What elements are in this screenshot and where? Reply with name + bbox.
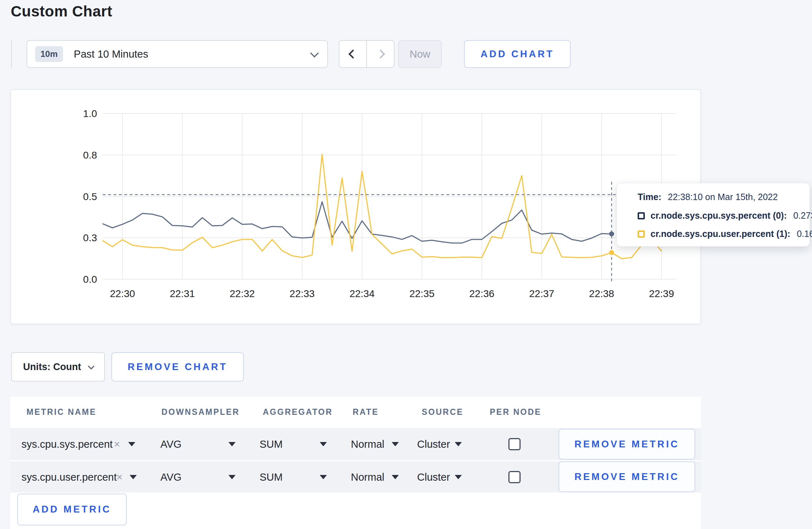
hover-dot-sys bbox=[609, 232, 614, 237]
x-axis-tick: 22:38 bbox=[589, 288, 614, 299]
x-axis-tick: 22:32 bbox=[230, 288, 255, 299]
source-select[interactable]: Cluster bbox=[417, 471, 450, 483]
time-range-label: Past 10 Minutes bbox=[74, 48, 148, 60]
tooltip-series-value: 0.2732 bbox=[793, 210, 812, 221]
tooltip-series-label: cr.node.sys.cpu.user.percent (1): bbox=[651, 229, 790, 239]
rate-caret-icon[interactable] bbox=[392, 442, 399, 446]
rate-select[interactable]: Normal bbox=[351, 471, 384, 483]
per-node-checkbox[interactable] bbox=[508, 438, 521, 450]
x-axis-tick: 22:36 bbox=[469, 288, 494, 299]
tooltip-series-value: 0.1601 bbox=[797, 229, 812, 239]
per-node-checkbox[interactable] bbox=[508, 471, 521, 483]
x-axis-tick: 22:39 bbox=[649, 288, 674, 299]
downsampler-caret-icon[interactable] bbox=[228, 475, 236, 479]
tooltip-time-value: 22:38:10 on Mar 15th, 2022 bbox=[668, 192, 778, 202]
user-series-swatch-icon bbox=[638, 230, 645, 238]
downsampler-caret-icon[interactable] bbox=[228, 442, 236, 446]
timeseries-chart[interactable]: 0.00.30.50.81.022:3022:3122:3222:3322:34… bbox=[11, 90, 700, 324]
now-button[interactable]: Now bbox=[398, 40, 442, 68]
aggregator-caret-icon[interactable] bbox=[320, 475, 327, 479]
clear-metric-icon[interactable]: × bbox=[114, 438, 120, 450]
chevron-left-icon bbox=[348, 49, 357, 58]
col-header-per-node: PER NODE bbox=[490, 407, 541, 417]
metric-name-value: sys.cpu.sys.percent bbox=[21, 438, 113, 450]
x-axis-tick: 22:30 bbox=[110, 288, 135, 299]
tooltip-time-label: Time: bbox=[638, 192, 661, 202]
col-header-aggregator: AGGREGATOR bbox=[263, 407, 333, 417]
metric-row: sys.cpu.sys.percent × AVG SUM Normal Clu… bbox=[10, 428, 701, 460]
col-header-source: SOURCE bbox=[422, 407, 463, 417]
clear-metric-icon[interactable]: × bbox=[116, 471, 123, 483]
aggregator-caret-icon[interactable] bbox=[320, 442, 327, 446]
col-header-metric-name: METRIC NAME bbox=[26, 407, 96, 417]
col-header-rate: RATE bbox=[353, 407, 379, 417]
x-axis-tick: 22:33 bbox=[290, 288, 315, 299]
x-axis-tick: 22:35 bbox=[409, 288, 434, 299]
x-axis-tick: 22:37 bbox=[529, 288, 554, 299]
units-dropdown[interactable]: Units: Count bbox=[11, 352, 105, 382]
tooltip-series-row: cr.node.sys.cpu.user.percent (1): 0.1601 bbox=[638, 229, 812, 239]
tooltip-series-row: cr.node.sys.cpu.sys.percent (0): 0.2732 bbox=[638, 210, 812, 221]
metric-name-caret-icon[interactable] bbox=[130, 475, 137, 479]
downsampler-select[interactable]: AVG bbox=[160, 438, 182, 450]
metric-name-value: sys.cpu.user.percent bbox=[21, 471, 117, 483]
y-axis-tick: 0.3 bbox=[83, 232, 97, 243]
tooltip-time-row: Time: 22:38:10 on Mar 15th, 2022 bbox=[638, 192, 778, 202]
chart-axis-labels: 0.00.30.50.81.022:3022:3122:3222:3322:34… bbox=[83, 108, 674, 299]
next-time-button[interactable] bbox=[366, 41, 394, 67]
remove-metric-button[interactable]: REMOVE METRIC bbox=[559, 461, 695, 492]
add-chart-button[interactable]: ADD CHART bbox=[464, 40, 571, 68]
source-caret-icon[interactable] bbox=[455, 475, 462, 479]
time-range-dropdown[interactable]: 10m Past 10 Minutes bbox=[26, 40, 328, 68]
rate-caret-icon[interactable] bbox=[392, 475, 399, 479]
chart-gridlines bbox=[103, 113, 676, 279]
y-axis-tick: 0.0 bbox=[83, 274, 97, 285]
col-header-downsampler: DOWNSAMPLER bbox=[161, 407, 240, 417]
page-title: Custom Chart bbox=[11, 3, 112, 20]
metric-name-caret-icon[interactable] bbox=[128, 442, 135, 446]
time-nav-group bbox=[339, 40, 395, 68]
y-axis-tick: 0.8 bbox=[83, 150, 97, 161]
x-axis-tick: 22:31 bbox=[170, 288, 195, 299]
y-axis-tick: 1.0 bbox=[83, 108, 97, 119]
prev-time-button[interactable] bbox=[339, 41, 366, 67]
chevron-right-icon bbox=[376, 49, 385, 58]
chart-crosshair bbox=[103, 182, 676, 282]
hover-dot-user bbox=[609, 250, 614, 255]
time-range-badge: 10m bbox=[35, 46, 63, 62]
x-axis-tick: 22:34 bbox=[349, 288, 374, 299]
source-select[interactable]: Cluster bbox=[417, 438, 450, 450]
remove-metric-button[interactable]: REMOVE METRIC bbox=[559, 429, 695, 460]
aggregator-select[interactable]: SUM bbox=[260, 438, 282, 450]
chevron-down-icon bbox=[310, 49, 319, 57]
aggregator-select[interactable]: SUM bbox=[260, 471, 282, 483]
add-metric-button[interactable]: ADD METRIC bbox=[17, 494, 127, 525]
units-label: Units: Count bbox=[23, 361, 81, 373]
remove-chart-button[interactable]: REMOVE CHART bbox=[111, 352, 244, 382]
chart-hover-tooltip: Time: 22:38:10 on Mar 15th, 2022 cr.node… bbox=[617, 183, 810, 247]
series-line-user bbox=[102, 154, 662, 259]
y-axis-tick: 0.5 bbox=[83, 191, 97, 202]
chart-card: 0.00.30.50.81.022:3022:3122:3222:3322:34… bbox=[10, 89, 701, 324]
chevron-down-icon bbox=[88, 363, 95, 369]
metric-row: sys.cpu.user.percent × AVG SUM Normal Cl… bbox=[10, 460, 701, 492]
toolbar-divider bbox=[11, 40, 12, 68]
rate-select[interactable]: Normal bbox=[351, 438, 384, 450]
sys-series-swatch-icon bbox=[638, 212, 645, 219]
tooltip-series-label: cr.node.sys.cpu.sys.percent (0): bbox=[651, 210, 787, 221]
source-caret-icon[interactable] bbox=[455, 442, 462, 446]
downsampler-select[interactable]: AVG bbox=[160, 471, 182, 483]
